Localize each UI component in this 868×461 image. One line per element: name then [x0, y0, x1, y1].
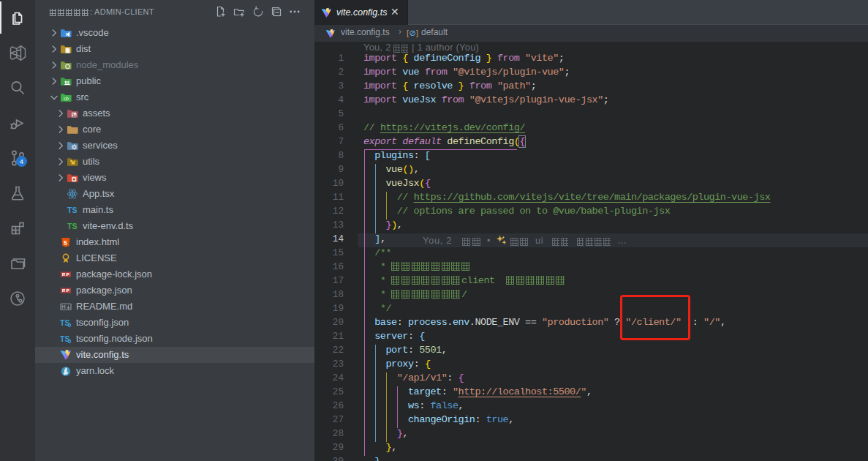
- svg-text:TS: TS: [67, 222, 77, 230]
- svg-text:TS: TS: [67, 206, 77, 214]
- svg-text:5: 5: [64, 239, 67, 247]
